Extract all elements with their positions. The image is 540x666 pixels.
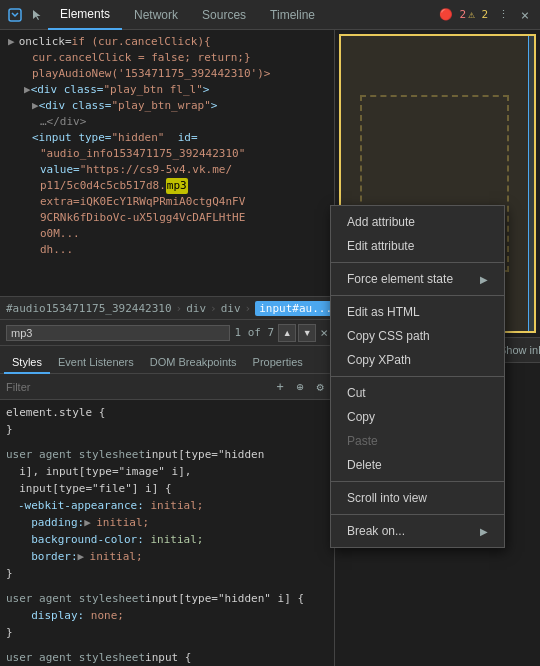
error-badge: 🔴 2 ⚠ 2	[439, 8, 488, 21]
ctx-edit-as-html[interactable]: Edit as HTML	[331, 300, 504, 324]
css-prop: display:	[18, 607, 84, 624]
code-line: ▶ onclick=if (cur.cancelClick){	[0, 34, 334, 50]
arrow-icon[interactable]: ▶	[84, 514, 96, 531]
css-source: user agent stylesheet	[6, 649, 145, 666]
code-line: ▶ <div class="play_btn fl_l">	[0, 82, 334, 98]
css-rule-element-style: element.style { }	[6, 404, 328, 438]
scrollbar-visual	[528, 36, 534, 331]
css-value: none;	[84, 607, 124, 624]
top-toolbar: Elements Network Sources Timeline 🔴 2 ⚠ …	[0, 0, 540, 30]
css-selector: input[type="hidden	[145, 446, 264, 463]
css-rule-input-hidden-none: user agent stylesheet input[type="hidden…	[6, 590, 328, 641]
breadcrumb-item-active[interactable]: input#au...	[255, 301, 334, 316]
code-line: <input type="hidden" id=	[0, 130, 334, 146]
ctx-scroll-into-view[interactable]: Scroll into view	[331, 486, 504, 510]
css-prop: padding:	[18, 514, 84, 531]
pin-icon[interactable]: ⊕	[292, 379, 308, 395]
new-style-icon[interactable]: +	[272, 379, 288, 395]
code-line: p11/5c0d4c5cb517d8.mp3	[0, 178, 334, 194]
submenu-arrow-icon: ▶	[480, 526, 488, 537]
tab-properties[interactable]: Properties	[245, 352, 311, 374]
arrow-icon[interactable]: ▶	[78, 548, 90, 565]
code-panel: ▶ onclick=if (cur.cancelClick){ cur.canc…	[0, 30, 335, 666]
search-close-button[interactable]: ×	[320, 325, 328, 340]
ctx-break-on[interactable]: Break on... ▶	[331, 519, 504, 543]
breadcrumb-item-div1[interactable]: div	[186, 302, 206, 315]
code-line: 9CRNk6fDiboVc-uX5lgg4VcDAFLHtHE	[0, 210, 334, 226]
ctx-separator-1	[331, 262, 504, 263]
css-value: initial;	[144, 531, 204, 548]
ctx-edit-attribute[interactable]: Edit attribute	[331, 234, 504, 258]
code-line: cur.cancelClick = false; return;}	[0, 50, 334, 66]
search-bar: 1 of 7 ▲ ▼ ×	[0, 320, 334, 346]
tab-styles[interactable]: Styles	[4, 352, 50, 374]
css-value: initial;	[90, 548, 143, 565]
ctx-copy-xpath[interactable]: Copy XPath	[331, 348, 504, 372]
css-selector: input[type="hidden" i] {	[145, 590, 304, 607]
tab-sources[interactable]: Sources	[190, 0, 258, 30]
search-count: 1 of 7	[234, 326, 274, 339]
css-value: initial;	[96, 514, 149, 531]
more-button[interactable]: ⋮	[492, 4, 514, 26]
code-line: "audio_info153471175_392442310"	[0, 146, 334, 162]
devtools-icon[interactable]	[4, 4, 26, 26]
submenu-arrow-icon: ▶	[480, 274, 488, 285]
search-input[interactable]	[6, 325, 230, 341]
cursor-icon[interactable]	[26, 4, 48, 26]
close-button[interactable]: ×	[514, 4, 536, 26]
ctx-separator-2	[331, 295, 504, 296]
ctx-add-attribute[interactable]: Add attribute	[331, 210, 504, 234]
code-line: playAudioNew('153471175_392442310')>	[0, 66, 334, 82]
css-selector: input[type="file"] i] {	[6, 480, 172, 497]
search-nav: ▲ ▼	[278, 324, 316, 342]
ctx-force-element-state[interactable]: Force element state ▶	[331, 267, 504, 291]
css-selector: i], input[type="image" i],	[6, 463, 191, 480]
css-value: initial;	[144, 497, 204, 514]
tab-timeline[interactable]: Timeline	[258, 0, 327, 30]
filter-icons: + ⊕ ⚙	[272, 379, 328, 395]
css-prop: -webkit-appearance:	[18, 497, 144, 514]
css-source: user agent stylesheet	[6, 590, 145, 607]
tab-dom-breakpoints[interactable]: DOM Breakpoints	[142, 352, 245, 374]
css-source: user agent stylesheet	[6, 446, 145, 463]
breadcrumb-item-audio[interactable]: #audio153471175_392442310	[6, 302, 172, 315]
tab-network[interactable]: Network	[122, 0, 190, 30]
ctx-cut[interactable]: Cut	[331, 381, 504, 405]
settings-icon[interactable]: ⚙	[312, 379, 328, 395]
css-rule-input: user agent stylesheet input {	[6, 649, 328, 666]
search-next-button[interactable]: ▼	[298, 324, 316, 342]
ctx-separator-4	[331, 481, 504, 482]
css-selector: element.style {	[6, 404, 105, 421]
ctx-copy-css-path[interactable]: Copy CSS path	[331, 324, 504, 348]
code-line: o0M...	[0, 226, 334, 242]
breadcrumb-item-div2[interactable]: div	[221, 302, 241, 315]
tab-elements[interactable]: Elements	[48, 0, 122, 30]
context-menu: Add attribute Edit attribute Force eleme…	[330, 205, 505, 548]
ctx-paste: Paste	[331, 429, 504, 453]
filter-input[interactable]	[6, 381, 268, 393]
error-count: 🔴 2	[439, 8, 466, 21]
css-rules: element.style { } user agent stylesheet …	[0, 400, 334, 666]
code-line: value="https://cs9-5v4.vk.me/	[0, 162, 334, 178]
css-rule-input-hidden: user agent stylesheet input[type="hidden…	[6, 446, 328, 582]
breadcrumb: #audio153471175_392442310 › div › div › …	[0, 296, 334, 320]
filter-bar: + ⊕ ⚙	[0, 374, 334, 400]
code-line: ▶ <div class="play_btn_wrap">	[0, 98, 334, 114]
highlight-mp3: mp3	[166, 178, 188, 194]
css-prop: background-color:	[18, 531, 144, 548]
ctx-copy[interactable]: Copy	[331, 405, 504, 429]
code-line: extra=iQK0EcY1RWqPRmiA0ctgQ4nFV	[0, 194, 334, 210]
css-prop: border:	[18, 548, 78, 565]
ctx-delete[interactable]: Delete	[331, 453, 504, 477]
warning-count: ⚠ 2	[468, 8, 488, 21]
search-prev-button[interactable]: ▲	[278, 324, 296, 342]
html-source[interactable]: ▶ onclick=if (cur.cancelClick){ cur.canc…	[0, 30, 334, 296]
css-selector: input {	[145, 649, 191, 666]
code-line: …</div>	[0, 114, 334, 130]
tab-event-listeners[interactable]: Event Listeners	[50, 352, 142, 374]
styles-tabs: Styles Event Listeners DOM Breakpoints P…	[0, 346, 334, 374]
ctx-separator-5	[331, 514, 504, 515]
ctx-separator-3	[331, 376, 504, 377]
code-line: dh...	[0, 242, 334, 258]
